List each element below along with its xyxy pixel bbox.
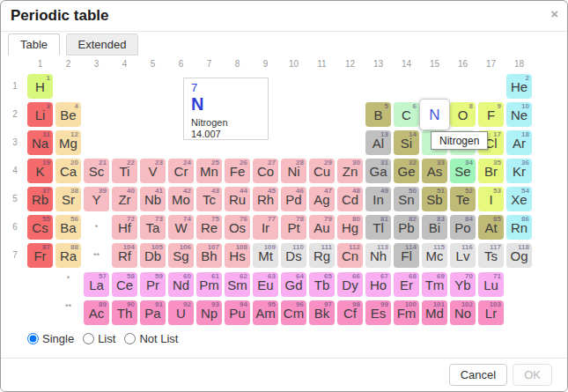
element-tc[interactable]: 43Tc xyxy=(196,187,222,211)
element-h[interactable]: 1H xyxy=(27,74,53,99)
element-i[interactable]: 53I xyxy=(478,187,504,211)
element-tl[interactable]: 81Tl xyxy=(365,215,391,240)
element-sc[interactable]: 21Sc xyxy=(84,159,109,183)
element-ho[interactable]: 67Ho xyxy=(365,272,391,297)
element-ba[interactable]: 56Ba xyxy=(55,215,81,240)
element-co[interactable]: 27Co xyxy=(253,159,278,183)
element-y[interactable]: 39Y xyxy=(84,187,109,211)
element-mo[interactable]: 42Mo xyxy=(168,187,194,211)
element-am[interactable]: 95Am xyxy=(253,300,278,325)
element-sb[interactable]: 51Sb xyxy=(422,187,447,211)
element-ni[interactable]: 28Ni xyxy=(281,159,306,183)
element-yb[interactable]: 70Yb xyxy=(450,272,476,297)
element-nd[interactable]: 60Nd xyxy=(168,272,194,297)
element-b[interactable]: 5B xyxy=(365,102,391,127)
element-pd[interactable]: 46Pd xyxy=(281,187,306,211)
cancel-button[interactable]: Cancel xyxy=(449,364,507,386)
element-bk[interactable]: 97Bk xyxy=(309,300,335,325)
element-eu[interactable]: 63Eu xyxy=(253,272,278,297)
element-mc[interactable]: 115Mc xyxy=(422,243,447,268)
element-as[interactable]: 33As xyxy=(422,159,447,183)
element-pu[interactable]: 94Pu xyxy=(225,300,250,325)
radio-not-list[interactable]: Not List xyxy=(124,332,178,345)
element-cu[interactable]: 29Cu xyxy=(309,159,335,183)
element-no[interactable]: 102No xyxy=(450,300,476,325)
element-sr[interactable]: 38Sr xyxy=(55,187,81,211)
element-hg[interactable]: 80Hg xyxy=(337,215,363,240)
element-ti[interactable]: 22Ti xyxy=(112,159,137,183)
element-np[interactable]: 93Np xyxy=(196,300,222,325)
element-bh[interactable]: 107Bh xyxy=(196,243,222,268)
element-sg[interactable]: 106Sg xyxy=(168,243,194,268)
element-rb[interactable]: 37Rb xyxy=(27,187,53,211)
element-mg[interactable]: 12Mg xyxy=(55,130,81,155)
element-rn[interactable]: 86Rn xyxy=(506,215,532,240)
element-ca[interactable]: 20Ca xyxy=(55,159,81,183)
element-ga[interactable]: 31Ga xyxy=(365,159,391,183)
radio-list[interactable]: List xyxy=(83,332,115,345)
element-sm[interactable]: 62Sm xyxy=(225,272,250,297)
element-lu[interactable]: 71Lu xyxy=(478,272,504,297)
element-db[interactable]: 105Db xyxy=(140,243,166,268)
element-cf[interactable]: 98Cf xyxy=(337,300,363,325)
element-dy[interactable]: 66Dy xyxy=(337,272,363,297)
element-nb[interactable]: 41Nb xyxy=(140,187,166,211)
element-ge[interactable]: 32Ge xyxy=(394,159,419,183)
element-rg[interactable]: 111Rg xyxy=(309,243,335,268)
element-ra[interactable]: 88Ra xyxy=(55,243,81,268)
element-hf[interactable]: 72Hf xyxy=(112,215,137,240)
element-er[interactable]: 68Er xyxy=(394,272,419,297)
element-pb[interactable]: 82Pb xyxy=(394,215,419,240)
element-w[interactable]: 74W xyxy=(168,215,194,240)
radio-not-list-input[interactable] xyxy=(124,333,136,344)
element-k[interactable]: 19K xyxy=(27,159,53,183)
element-pm[interactable]: 61Pm xyxy=(196,272,222,297)
radio-single-input[interactable] xyxy=(27,333,39,344)
element-at[interactable]: 85At xyxy=(478,215,504,240)
element-cs[interactable]: 55Cs xyxy=(27,215,53,240)
element-hs[interactable]: 108Hs xyxy=(225,243,250,268)
element-zr[interactable]: 40Zr xyxy=(112,187,137,211)
element-c[interactable]: 6C xyxy=(394,102,419,127)
element-xe[interactable]: 54Xe xyxy=(506,187,532,211)
element-be[interactable]: 4Be xyxy=(55,102,81,127)
element-th[interactable]: 90Th xyxy=(112,300,137,325)
element-he[interactable]: 2He xyxy=(506,74,532,99)
element-n[interactable]: 7N xyxy=(419,99,450,130)
element-la[interactable]: 57La xyxy=(84,272,109,297)
element-u[interactable]: 92U xyxy=(168,300,194,325)
ok-button[interactable]: OK xyxy=(513,364,552,386)
element-ce[interactable]: 58Ce xyxy=(112,272,137,297)
element-mn[interactable]: 25Mn xyxy=(196,159,222,183)
radio-list-input[interactable] xyxy=(83,333,94,344)
element-al[interactable]: 13Al xyxy=(365,130,391,155)
element-ta[interactable]: 73Ta xyxy=(140,215,166,240)
element-re[interactable]: 75Re xyxy=(196,215,222,240)
element-fe[interactable]: 26Fe xyxy=(225,159,250,183)
element-li[interactable]: 3Li xyxy=(27,102,53,127)
element-te[interactable]: 52Te xyxy=(450,187,476,211)
element-lv[interactable]: 116Lv xyxy=(450,243,476,268)
element-md[interactable]: 101Md xyxy=(422,300,447,325)
element-v[interactable]: 23V xyxy=(140,159,166,183)
element-sn[interactable]: 50Sn xyxy=(394,187,419,211)
element-br[interactable]: 35Br xyxy=(478,159,504,183)
tab-extended[interactable]: Extended xyxy=(66,33,139,55)
element-fm[interactable]: 100Fm xyxy=(394,300,419,325)
element-ds[interactable]: 110Ds xyxy=(281,243,306,268)
tab-table[interactable]: Table xyxy=(8,33,60,55)
element-f[interactable]: 9F xyxy=(478,102,504,127)
element-ts[interactable]: 117Ts xyxy=(478,243,504,268)
element-ne[interactable]: 10Ne xyxy=(506,102,532,127)
element-tb[interactable]: 65Tb xyxy=(309,272,335,297)
element-fl[interactable]: 114Fl xyxy=(394,243,419,268)
element-in[interactable]: 49In xyxy=(365,187,391,211)
element-ru[interactable]: 44Ru xyxy=(225,187,250,211)
element-cn[interactable]: 112Cn xyxy=(337,243,363,268)
element-cm[interactable]: 96Cm xyxy=(281,300,306,325)
element-tm[interactable]: 69Tm xyxy=(422,272,447,297)
element-au[interactable]: 79Au xyxy=(309,215,335,240)
element-pr[interactable]: 59Pr xyxy=(140,272,166,297)
element-si[interactable]: 14Si xyxy=(394,130,419,155)
element-ir[interactable]: 77Ir xyxy=(253,215,278,240)
